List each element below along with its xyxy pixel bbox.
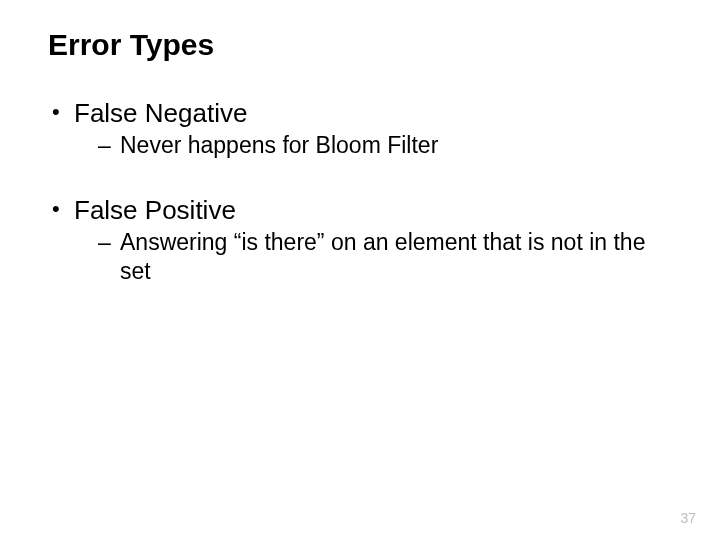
- bullet-item: False Negative Never happens for Bloom F…: [48, 97, 672, 160]
- bullet-item: False Positive Answering “is there” on a…: [48, 194, 672, 286]
- page-number: 37: [680, 510, 696, 526]
- sub-bullet-list: Never happens for Bloom Filter: [74, 131, 672, 160]
- bullet-list: False Negative Never happens for Bloom F…: [48, 97, 672, 286]
- bullet-label: False Negative: [74, 98, 247, 128]
- bullet-label: False Positive: [74, 195, 236, 225]
- sub-bullet-item: Never happens for Bloom Filter: [98, 131, 660, 160]
- slide-title: Error Types: [48, 28, 672, 63]
- sub-bullet-list: Answering “is there” on an element that …: [74, 228, 672, 286]
- slide: Error Types False Negative Never happens…: [0, 0, 720, 540]
- sub-bullet-item: Answering “is there” on an element that …: [98, 228, 660, 286]
